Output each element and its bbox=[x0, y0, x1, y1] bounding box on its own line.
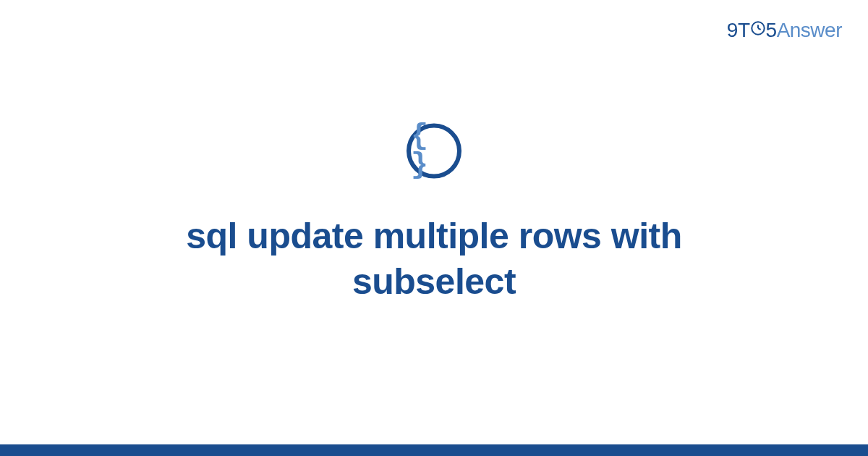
bottom-accent-bar bbox=[0, 444, 868, 456]
brand-logo: 9T5Answer bbox=[727, 19, 842, 42]
braces-glyph: { } bbox=[411, 122, 457, 180]
brand-part-5: 5 bbox=[766, 19, 777, 41]
page-title: sql update multiple rows with subselect bbox=[109, 214, 760, 304]
svg-line-2 bbox=[758, 28, 761, 30]
brand-part-9t: 9T bbox=[727, 19, 750, 41]
code-braces-icon: { } bbox=[407, 124, 461, 179]
main-content: { } sql update multiple rows with subsel… bbox=[0, 124, 868, 304]
clock-icon bbox=[750, 20, 766, 36]
brand-part-answer: Answer bbox=[777, 19, 842, 41]
